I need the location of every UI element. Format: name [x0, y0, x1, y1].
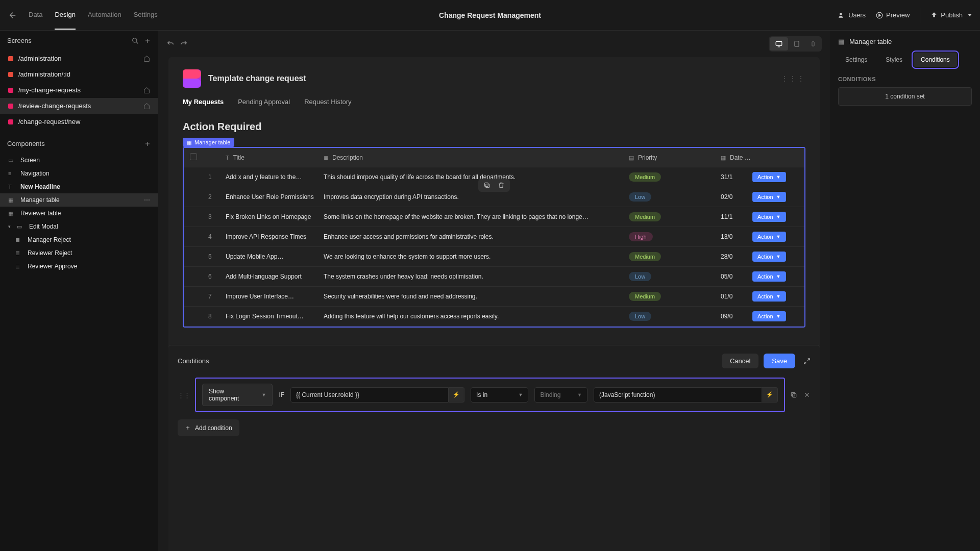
screen-color-dot — [8, 88, 13, 93]
home-icon[interactable] — [143, 55, 150, 62]
components-heading: Components — [7, 140, 45, 147]
copy-icon[interactable] — [483, 182, 491, 189]
row-description: The system crashes under heavy load; nee… — [324, 273, 629, 280]
more-icon[interactable]: ⋯ — [144, 196, 150, 204]
screen-name: /administration/:id — [18, 70, 70, 78]
page-title: Template change request — [208, 74, 306, 83]
home-icon[interactable] — [143, 103, 150, 109]
remove-icon[interactable] — [803, 391, 811, 398]
table-icon: ▦ — [187, 140, 191, 145]
priority-badge: Medium — [629, 212, 661, 221]
table-row[interactable]: 7 Improve User Interface… Security vulne… — [184, 287, 804, 307]
device-tablet[interactable] — [788, 37, 805, 51]
rhs-input[interactable]: (JavaScript function) — [594, 387, 762, 403]
row-number: 7 — [208, 293, 226, 300]
svg-rect-5 — [812, 42, 814, 46]
users-button[interactable]: Users — [838, 11, 866, 19]
screen-item[interactable]: /review-change-requests — [0, 98, 158, 114]
table-icon: ▦ — [838, 38, 844, 45]
action-button[interactable]: Action▼ — [752, 192, 786, 202]
component-item[interactable]: ▾ ▭ Edit Modal — [0, 220, 158, 233]
duplicate-icon[interactable] — [790, 391, 797, 398]
redo-button[interactable] — [180, 40, 188, 48]
component-item[interactable]: ≣ Reviewer Approve — [0, 260, 158, 273]
component-item[interactable]: ▭ Screen — [0, 154, 158, 167]
nav-design[interactable]: Design — [55, 1, 75, 30]
component-item[interactable]: ≣ Manager Reject — [0, 233, 158, 246]
nav-data[interactable]: Data — [29, 1, 42, 30]
screen-item[interactable]: /change-request/new — [0, 114, 158, 130]
binding-select[interactable]: Binding▼ — [534, 387, 587, 403]
publish-button[interactable]: Publish — [930, 11, 972, 19]
undo-button[interactable] — [166, 40, 175, 48]
preview-button[interactable]: Preview — [876, 11, 910, 19]
component-item[interactable]: ▦ Manager table ⋯ — [0, 193, 158, 207]
tab-conditions[interactable]: Conditions — [914, 53, 957, 67]
action-button[interactable]: Action▼ — [752, 311, 786, 321]
save-button[interactable]: Save — [764, 354, 795, 368]
text-icon: T — [226, 155, 229, 161]
component-item[interactable]: ▦ Reviewer table — [0, 207, 158, 220]
svg-point-2 — [133, 38, 137, 42]
table-row[interactable]: 8 Fix Login Session Timeout… Adding this… — [184, 307, 804, 327]
text-long-icon: ≣ — [324, 155, 328, 161]
tab-pending-approval[interactable]: Pending Approval — [238, 98, 290, 106]
add-screen-icon[interactable] — [144, 37, 151, 44]
action-button[interactable]: Action▼ — [752, 271, 786, 282]
operator-select[interactable]: Is in▼ — [471, 387, 528, 403]
action-button[interactable]: Action▼ — [752, 212, 786, 222]
selection-label[interactable]: ▦Manager table — [183, 138, 234, 147]
device-desktop[interactable] — [770, 37, 788, 51]
chevron-down-icon: ▼ — [776, 314, 781, 319]
drag-handle-icon[interactable]: ⋮⋮⋮ — [781, 74, 805, 83]
action-button[interactable]: Action▼ — [752, 291, 786, 302]
device-mobile[interactable] — [805, 37, 821, 51]
bolt-icon[interactable]: ⚡ — [762, 387, 778, 403]
condition-set-button[interactable]: 1 condition set — [838, 87, 972, 106]
tab-request-history[interactable]: Request History — [304, 98, 351, 106]
priority-badge: Low — [629, 312, 651, 321]
users-label: Users — [848, 11, 866, 19]
nav-settings[interactable]: Settings — [134, 1, 158, 30]
cancel-button[interactable]: Cancel — [722, 354, 758, 368]
action-button[interactable]: Action▼ — [752, 172, 786, 182]
screen-item[interactable]: /administration/:id — [0, 66, 158, 82]
tab-styles[interactable]: Styles — [878, 53, 910, 67]
left-panel: Screens /administration /administration/… — [0, 31, 158, 551]
row-number: 1 — [208, 173, 226, 181]
screens-heading: Screens — [7, 37, 32, 44]
delete-icon[interactable] — [498, 182, 505, 189]
table-row[interactable]: 4 Improve API Response Times Enhance use… — [184, 227, 804, 247]
table-row[interactable]: 6 Add Multi-language Support The system … — [184, 267, 804, 287]
action-button[interactable]: Action▼ — [752, 232, 786, 242]
svg-rect-4 — [795, 41, 799, 47]
component-item[interactable]: ≡ Navigation — [0, 167, 158, 180]
back-button[interactable] — [8, 11, 18, 20]
add-condition-button[interactable]: ＋ Add condition — [178, 419, 239, 436]
lhs-input[interactable]: {{ Current User.roleId }} — [290, 387, 449, 403]
drag-handle-icon[interactable]: ⋮⋮ — [178, 391, 190, 399]
select-all-checkbox[interactable] — [190, 153, 197, 160]
component-item[interactable]: ≣ Reviewer Reject — [0, 246, 158, 260]
search-icon[interactable] — [132, 37, 139, 44]
bolt-icon[interactable]: ⚡ — [449, 387, 464, 403]
condition-row: Show component▼ IF {{ Current User.roleI… — [195, 378, 785, 412]
row-description: Enhance user access and permissions for … — [324, 233, 629, 240]
nav-automation[interactable]: Automation — [88, 1, 121, 30]
component-item[interactable]: T New Headline — [0, 180, 158, 193]
expand-icon[interactable]: ▾ — [8, 224, 11, 229]
screen-item[interactable]: /administration — [0, 51, 158, 66]
component-label: New Headline — [20, 183, 60, 190]
action-select[interactable]: Show component▼ — [202, 384, 273, 406]
expand-icon[interactable] — [803, 358, 811, 365]
screen-item[interactable]: /my-change-requests — [0, 82, 158, 98]
table-row[interactable]: 3 Fix Broken Links on Homepage Some link… — [184, 207, 804, 227]
manager-table[interactable]: TTitle ≣Description ▤Priority ▦Date requ… — [183, 147, 805, 328]
tab-my-requests[interactable]: My Requests — [183, 98, 224, 106]
home-icon[interactable] — [143, 87, 150, 93]
svg-rect-7 — [484, 183, 488, 186]
table-row[interactable]: 5 Update Mobile App… We are looking to e… — [184, 247, 804, 267]
action-button[interactable]: Action▼ — [752, 252, 786, 262]
tab-settings[interactable]: Settings — [838, 53, 874, 67]
add-component-icon[interactable] — [144, 140, 151, 147]
